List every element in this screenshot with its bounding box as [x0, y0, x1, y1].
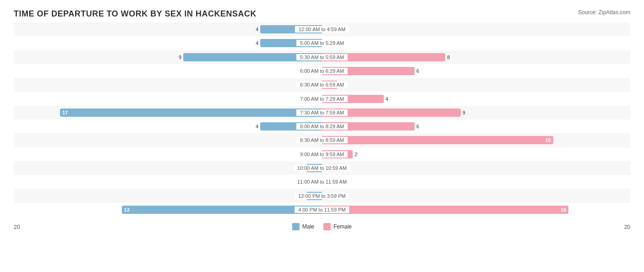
- female-bar: 9: [322, 109, 461, 117]
- bar-row: 066:00 AM to 6:29 AM: [14, 64, 630, 78]
- bar-row: 13164:00 PM to 11:59 PM: [14, 203, 630, 217]
- male-bar: 4: [260, 122, 322, 131]
- female-bar: 6: [322, 67, 415, 75]
- x-label-right: 20: [624, 224, 630, 230]
- bar-row: 016:30 AM to 6:59 AM: [14, 78, 630, 92]
- x-label-left: 20: [14, 224, 20, 230]
- male-color-box: [292, 223, 300, 230]
- bar-row: 1010:00 AM to 10:59 AM: [14, 161, 630, 175]
- male-bar: 1: [306, 164, 322, 172]
- female-bar: 8: [322, 53, 445, 61]
- male-bar: 17: [60, 109, 322, 117]
- male-bar-value: 0: [317, 179, 320, 185]
- male-bar-value: 0: [317, 152, 320, 157]
- male-bar-value: 4: [256, 40, 258, 46]
- male-bar-value: 4: [256, 124, 258, 129]
- female-bar-value: 1: [339, 82, 342, 87]
- bar-row: 4012:00 AM to 4:59 AM: [14, 22, 630, 36]
- bar-row: 1797:30 AM to 7:59 AM: [14, 106, 630, 120]
- source-text: Source: ZipAtlas.com: [578, 9, 630, 16]
- legend-male: Male: [292, 223, 314, 230]
- female-bar: 1: [322, 81, 338, 89]
- female-bar-value: 6: [416, 68, 419, 74]
- male-bar-value: 9: [179, 54, 181, 60]
- male-bar-value: 1: [302, 193, 305, 199]
- female-label: Female: [333, 223, 352, 230]
- chart-container: TIME OF DEPARTURE TO WORK BY SEX IN HACK…: [0, 0, 644, 272]
- female-bar-value: 0: [324, 193, 327, 199]
- rows-wrapper: 4012:00 AM to 4:59 AM405:00 AM to 5:29 A…: [14, 22, 630, 217]
- time-label: 11:00 AM to 11:59 AM: [294, 179, 350, 185]
- female-bar: 16: [322, 206, 568, 214]
- male-bar-value: 0: [317, 68, 320, 74]
- female-bar-value: 15: [546, 137, 551, 143]
- bar-row: 0158:30 AM to 8:59 AM: [14, 133, 630, 147]
- male-bar-value: 13: [124, 207, 130, 212]
- female-bar-value: 0: [324, 27, 327, 32]
- female-bar-value: 9: [463, 110, 465, 115]
- male-bar: 4: [260, 25, 322, 33]
- male-bar: 9: [183, 53, 322, 61]
- chart-area: 4012:00 AM to 4:59 AM405:00 AM to 5:29 A…: [14, 22, 630, 230]
- male-bar: 4: [260, 39, 322, 47]
- bar-row: 029:00 AM to 9:59 AM: [14, 147, 630, 161]
- female-bar: 15: [322, 136, 553, 144]
- female-bar-value: 0: [324, 165, 327, 171]
- bar-row: 1012:00 PM to 3:59 PM: [14, 189, 630, 202]
- male-bar-value: 4: [256, 27, 258, 32]
- chart-title: TIME OF DEPARTURE TO WORK BY SEX IN HACK…: [14, 9, 630, 19]
- bar-row: 405:00 AM to 5:29 AM: [14, 36, 630, 50]
- female-bar-value: 2: [355, 152, 357, 157]
- legend: Male Female: [292, 223, 352, 230]
- female-bar: 2: [322, 150, 353, 158]
- male-label: Male: [302, 223, 314, 230]
- bar-row: 0011:00 AM to 11:59 AM: [14, 175, 630, 189]
- legend-female: Female: [323, 223, 352, 230]
- bar-row: 047:00 AM to 7:29 AM: [14, 92, 630, 105]
- female-bar-value: 8: [447, 54, 450, 60]
- male-bar-value: 0: [317, 82, 320, 87]
- x-axis: 20 Male Female 20: [14, 219, 630, 230]
- male-bar-value: 1: [302, 165, 305, 171]
- bar-row: 985:30 AM to 5:59 AM: [14, 50, 630, 64]
- female-bar-value: 0: [324, 179, 327, 185]
- male-bar: 1: [306, 192, 322, 200]
- male-bar: 13: [122, 206, 322, 214]
- female-bar-value: 4: [386, 96, 388, 102]
- male-bar-value: 17: [62, 110, 68, 115]
- female-bar-value: 16: [561, 207, 566, 212]
- male-bar-value: 0: [317, 96, 320, 102]
- female-bar-value: 6: [416, 124, 419, 129]
- female-bar-value: 0: [324, 40, 327, 46]
- bar-row: 468:00 AM to 8:29 AM: [14, 120, 630, 133]
- female-bar: 6: [322, 122, 415, 131]
- male-bar-value: 0: [317, 137, 320, 143]
- female-bar: 4: [322, 95, 384, 103]
- female-color-box: [323, 223, 331, 230]
